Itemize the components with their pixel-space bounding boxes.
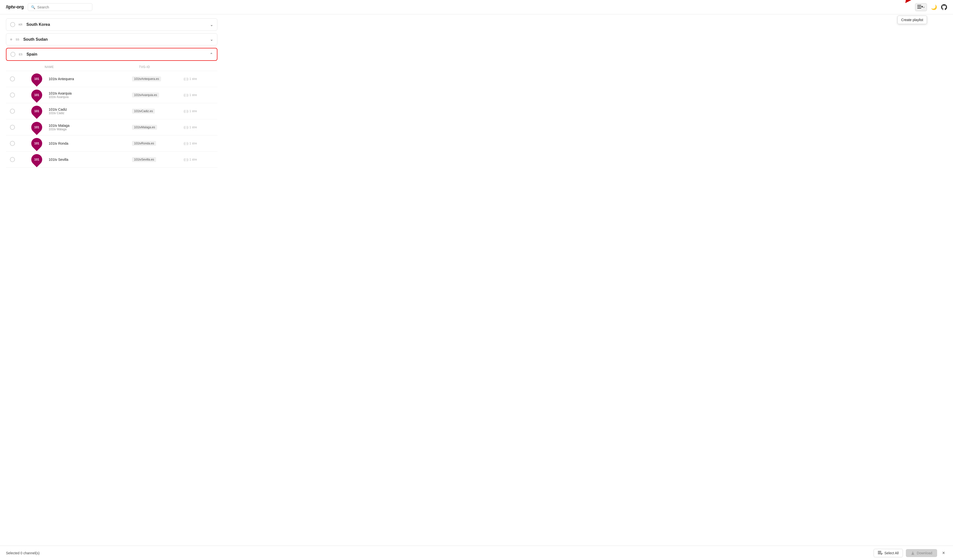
header: /iptv-org 🔍 + Create playlist — [0, 0, 953, 14]
radio-south-korea[interactable] — [10, 22, 15, 27]
chevron-south-korea: ⌄ — [210, 22, 213, 27]
country-row-south-korea[interactable]: KR South Korea ⌄ — [6, 19, 217, 31]
header-actions: + Create playlist 🌙 — [915, 3, 947, 11]
create-playlist-tooltip: Create playlist — [897, 16, 927, 24]
pin-circle-sevilla: 101 — [29, 152, 44, 167]
col-name-header: NAME — [45, 65, 139, 69]
channel-row-101tv-antequera[interactable]: 101 101tv Antequera 101tvAntequera.es ((… — [6, 71, 217, 87]
country-name-south-korea: South Korea — [26, 22, 50, 27]
pin-circle-cadiz: 101 — [29, 104, 44, 119]
pin-text-sevilla: 101 — [34, 158, 39, 161]
channel-name-sevilla: 101tv Sevilla — [49, 158, 130, 161]
logo-pin-antequera: 101 — [27, 73, 47, 84]
svg-rect-2 — [917, 8, 921, 9]
chevron-south-sudan: ⌄ — [210, 37, 213, 42]
country-code-spain: ES — [19, 53, 23, 56]
logo[interactable]: /iptv-org — [6, 5, 24, 10]
radio-malaga[interactable] — [10, 125, 15, 130]
radio-cadiz[interactable] — [10, 109, 15, 114]
channel-name-col-antequera: 101tv Antequera — [49, 77, 130, 81]
stream-icon-sevilla: ((·)) — [184, 158, 188, 161]
pin-circle-ronda: 101 — [29, 136, 44, 151]
moon-icon: 🌙 — [931, 4, 937, 10]
create-playlist-label: Create playlist — [901, 18, 923, 22]
logo-pin-cadiz: 101 — [27, 106, 47, 116]
tvgid-badge-sevilla: 101tvSevilla.es — [132, 157, 156, 162]
tvgid-badge-malaga: 101tvMalaga.es — [132, 125, 157, 130]
channel-row-101tv-sevilla[interactable]: 101 101tv Sevilla 101tvSevilla.es ((·)) … — [6, 152, 217, 168]
create-playlist-button[interactable]: + — [915, 3, 927, 11]
pin-text-malaga: 101 — [34, 126, 39, 129]
pin-circle-antequera: 101 — [29, 71, 44, 87]
radio-ronda[interactable] — [10, 141, 15, 146]
tvgid-badge-axarquia: 101tvAxarquia.es — [132, 93, 159, 98]
country-row-south-sudan[interactable]: SS South Sudan ⌄ — [6, 33, 217, 45]
playlist-badge: + — [923, 6, 925, 9]
dark-mode-button[interactable]: 🌙 — [931, 4, 937, 10]
channel-row-101tv-ronda[interactable]: 101 101tv Ronda 101tvRonda.es ((·)) 1 st… — [6, 135, 217, 152]
pin-text-antequera: 101 — [34, 77, 39, 81]
channel-name-ronda: 101tv Ronda — [49, 141, 130, 146]
channel-name-malaga: 101tv Malaga — [49, 124, 130, 127]
stream-count-antequera: 1 stre — [189, 77, 197, 81]
tvgid-col-antequera: 101tvAntequera.es — [132, 76, 182, 81]
channel-name-col-malaga: 101tv Malaga 101tv Málaga — [49, 124, 130, 131]
stream-icon-cadiz: ((·)) — [184, 109, 188, 113]
stream-info-cadiz: ((·)) 1 stre — [184, 109, 213, 113]
stream-count-malaga: 1 stre — [189, 126, 197, 129]
channel-name-alt-malaga: 101tv Málaga — [49, 127, 130, 131]
dot-south-sudan — [10, 39, 12, 40]
channel-name-col-ronda: 101tv Ronda — [49, 141, 130, 146]
country-code-south-sudan: SS — [16, 38, 19, 41]
search-icon: 🔍 — [31, 5, 35, 9]
pin-text-axarquia: 101 — [34, 93, 39, 97]
tvgid-badge-cadiz: 101tvCadiz.es — [132, 109, 155, 114]
search-box: 🔍 — [28, 3, 92, 11]
radio-antequera[interactable] — [10, 76, 15, 81]
tvgid-badge-ronda: 101tvRonda.es — [132, 141, 156, 146]
stream-info-ronda: ((·)) 1 stre — [184, 142, 213, 145]
stream-info-sevilla: ((·)) 1 stre — [184, 158, 213, 161]
pin-text-ronda: 101 — [34, 142, 39, 145]
chevron-spain: ⌃ — [210, 52, 213, 57]
channel-name-col-axarquia: 101tv Axarquia 101tv Axarquía — [49, 91, 130, 99]
search-input[interactable] — [37, 5, 89, 9]
channel-row-101tv-malaga[interactable]: 101 101tv Malaga 101tv Málaga 101tvMalag… — [6, 119, 217, 135]
country-name-spain: Spain — [26, 52, 37, 57]
channel-name-alt-cadiz: 101tv Cádiz — [49, 112, 130, 115]
country-row-spain[interactable]: ES Spain ⌃ — [6, 48, 217, 61]
logo-pin-ronda: 101 — [27, 138, 47, 149]
tvgid-col-cadiz: 101tvCadiz.es — [132, 109, 182, 114]
channel-name-col-sevilla: 101tv Sevilla — [49, 158, 130, 161]
main-content: KR South Korea ⌄ SS South Sudan ⌄ ES Spa… — [0, 14, 224, 192]
tvgid-col-malaga: 101tvMalaga.es — [132, 125, 182, 130]
github-icon — [941, 4, 947, 10]
stream-icon-ronda: ((·)) — [184, 142, 188, 145]
channel-row-101tv-cadiz[interactable]: 101 101tv Cadiz 101tv Cádiz 101tvCadiz.e… — [6, 103, 217, 119]
col-streams — [189, 65, 213, 69]
channel-name-alt-axarquia: 101tv Axarquía — [49, 95, 130, 99]
logo-pin-malaga: 101 — [27, 122, 47, 133]
svg-rect-0 — [917, 5, 921, 6]
tvgid-col-sevilla: 101tvSevilla.es — [132, 157, 182, 162]
stream-count-ronda: 1 stre — [189, 142, 197, 145]
tvgid-col-ronda: 101tvRonda.es — [132, 141, 182, 146]
radio-axarquia[interactable] — [10, 93, 15, 98]
stream-icon-malaga: ((·)) — [184, 126, 188, 129]
channel-name-col-cadiz: 101tv Cadiz 101tv Cádiz — [49, 107, 130, 115]
tvgid-badge-antequera: 101tvAntequera.es — [132, 76, 161, 81]
pin-circle-axarquia: 101 — [29, 87, 44, 103]
stream-icon-axarquia: ((·)) — [184, 93, 188, 97]
channel-row-101tv-axarquia[interactable]: 101 101tv Axarquia 101tv Axarquía 101tvA… — [6, 87, 217, 103]
radio-spain[interactable] — [11, 52, 16, 57]
github-button[interactable] — [941, 4, 947, 10]
country-name-south-sudan: South Sudan — [23, 37, 48, 42]
channel-list-header: NAME TVG-ID — [6, 63, 217, 71]
country-code-south-korea: KR — [19, 23, 22, 26]
radio-sevilla[interactable] — [10, 157, 15, 162]
stream-icon-antequera: ((·)) — [184, 77, 188, 81]
pin-text-cadiz: 101 — [34, 109, 39, 113]
list-icon — [917, 5, 923, 9]
channel-name-axarquia: 101tv Axarquia — [49, 91, 130, 95]
col-tvgid-header: TVG-ID — [139, 65, 189, 69]
